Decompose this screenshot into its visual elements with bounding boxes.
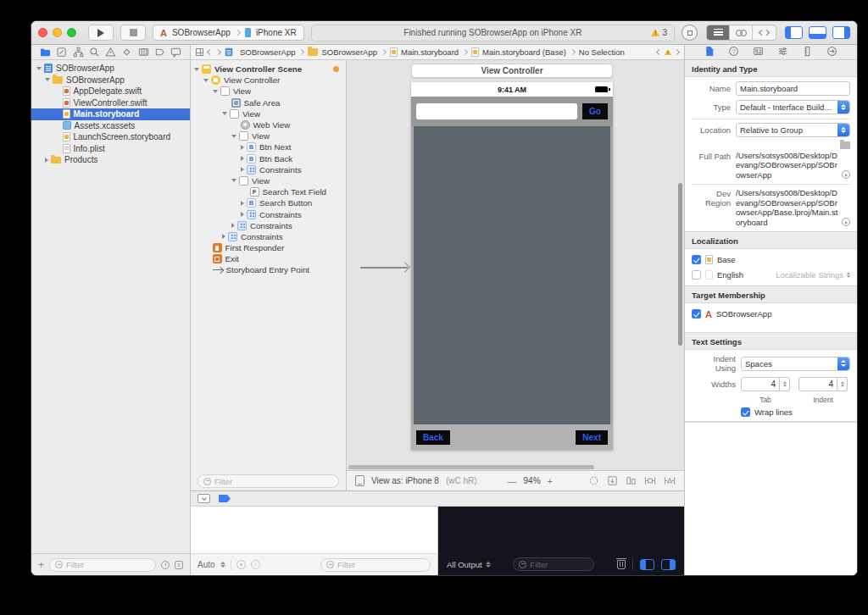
toggle-debug-area-button[interactable]: [809, 26, 826, 39]
name-input[interactable]: [740, 84, 846, 93]
toggle-navigator-button[interactable]: [785, 26, 803, 39]
storyboard-entry-point-arrow[interactable]: [360, 267, 408, 269]
tab-width-stepper[interactable]: 4: [741, 377, 790, 391]
outline-row-constraints[interactable]: Constraints: [191, 208, 346, 219]
location-dropdown[interactable]: Relative to Group: [736, 123, 850, 137]
search-bar-view[interactable]: Go: [411, 97, 613, 126]
outline-row-entry-point[interactable]: Storyboard Entry Point: [191, 264, 346, 275]
disclosure-icon[interactable]: [45, 78, 50, 81]
breadcrumb-storyboard-base[interactable]: Main.storyboard (Base): [471, 47, 566, 57]
canvas-horizontal-scrollbar[interactable]: [348, 465, 594, 469]
info-icon[interactable]: i: [251, 560, 260, 569]
disclosure-icon[interactable]: [241, 145, 244, 150]
file-row-main-storyboard[interactable]: Main.storyboard: [31, 108, 190, 120]
outline-row-btn-back[interactable]: BBtn Back: [191, 153, 346, 164]
disclosure-icon[interactable]: [213, 90, 218, 93]
tab-breakpoint-navigator[interactable]: [154, 47, 165, 58]
toggle-inspector-button[interactable]: [832, 26, 850, 39]
target-checkbox[interactable]: [692, 309, 701, 319]
stepper-icon[interactable]: [837, 377, 848, 391]
tab-size-inspector[interactable]: [802, 46, 813, 58]
clear-console-button[interactable]: [617, 560, 626, 569]
localizable-strings-select[interactable]: Localizable Strings: [776, 270, 850, 280]
tab-find-navigator[interactable]: [89, 47, 100, 58]
design-device[interactable]: 9:41 AM Go Back Next: [411, 82, 613, 450]
outline-row-view[interactable]: View: [191, 130, 346, 141]
disclosure-icon[interactable]: [231, 135, 236, 138]
canvas-content[interactable]: View Controller 9:41 AM Go: [347, 60, 684, 470]
breadcrumb-selection[interactable]: No Selection: [579, 47, 625, 57]
quicklook-icon[interactable]: [236, 560, 246, 569]
breadcrumb-project[interactable]: SOBrowserApp: [225, 47, 295, 57]
outline-filter-input[interactable]: [214, 477, 333, 486]
disclosure-icon[interactable]: [45, 158, 48, 163]
web-view[interactable]: [414, 126, 610, 424]
disclosure-icon[interactable]: [231, 179, 236, 182]
disclosure-icon[interactable]: [203, 79, 209, 82]
variables-scope-select[interactable]: Auto: [198, 560, 215, 569]
back-button[interactable]: [207, 49, 213, 55]
console-output[interactable]: [438, 507, 684, 553]
disclosure-icon[interactable]: [222, 234, 225, 239]
type-dropdown[interactable]: Default - Interface Builder...: [736, 100, 850, 114]
back-button-view[interactable]: Back: [416, 430, 450, 445]
breadcrumb-storyboard[interactable]: Main.storyboard: [390, 47, 459, 57]
indent-using-dropdown[interactable]: Spaces: [741, 357, 850, 371]
outline-row-btn-next[interactable]: BBtn Next: [191, 141, 346, 152]
variables-filter-field[interactable]: [320, 558, 431, 572]
disclosure-icon[interactable]: [222, 112, 227, 115]
zoom-in-button[interactable]: +: [548, 476, 553, 486]
outline-row-view-controller[interactable]: View Controller: [191, 75, 346, 86]
file-row-products[interactable]: Products: [31, 154, 190, 166]
go-button[interactable]: Go: [582, 103, 608, 119]
close-window-button[interactable]: [38, 28, 47, 37]
library-button[interactable]: [682, 25, 698, 41]
outline-row-safe-area[interactable]: Safe Area: [191, 97, 346, 108]
tab-report-navigator[interactable]: [170, 47, 181, 58]
choose-location-button[interactable]: [840, 141, 850, 149]
wrap-lines-checkbox[interactable]: [741, 407, 750, 417]
zoom-level[interactable]: 94%: [524, 476, 541, 485]
outline-row-view[interactable]: View: [191, 108, 346, 119]
console-filter-field[interactable]: [513, 557, 594, 571]
zoom-window-button[interactable]: [67, 28, 76, 37]
view-as-label[interactable]: View as: iPhone 8: [371, 476, 439, 485]
navigator-filter-input[interactable]: [66, 560, 150, 569]
disclosure-icon[interactable]: [231, 223, 235, 228]
outline-row-first-responder[interactable]: First Responder: [191, 242, 346, 253]
forward-button[interactable]: [215, 49, 221, 55]
indent-width-stepper[interactable]: 4: [798, 377, 848, 391]
outline-row-scene[interactable]: View Controller Scene: [191, 64, 346, 75]
disclosure-icon[interactable]: [241, 167, 244, 172]
view-controller-header[interactable]: View Controller: [411, 64, 613, 78]
outline-filter-field[interactable]: [198, 474, 339, 488]
english-checkbox[interactable]: [692, 270, 701, 280]
file-row-viewcontroller[interactable]: ViewController.swift: [31, 97, 190, 109]
scheme-selector[interactable]: A SOBrowserApp iPhone XR: [153, 25, 304, 41]
console-scope-select[interactable]: All Output: [447, 560, 491, 569]
search-text-field[interactable]: [416, 103, 577, 119]
add-file-button[interactable]: +: [38, 559, 44, 571]
outline-row-search-text-field[interactable]: FSearch Text Field: [191, 186, 346, 197]
outline-row-constraints[interactable]: Constraints: [191, 220, 346, 231]
related-items-icon[interactable]: [196, 48, 203, 56]
device-bezel-toggle[interactable]: [355, 475, 364, 486]
file-row-project[interactable]: SOBrowserApp: [31, 63, 190, 75]
warning-badge[interactable]: 3: [651, 28, 667, 37]
embed-in-stack-button[interactable]: [607, 475, 618, 486]
tab-identity-inspector[interactable]: [753, 46, 764, 58]
tab-issue-navigator[interactable]: [105, 47, 116, 58]
file-row-infoplist[interactable]: Info.plist: [31, 143, 190, 155]
outline-row-view[interactable]: View: [191, 86, 346, 97]
previous-issue-button[interactable]: [656, 49, 662, 55]
outline-row-exit[interactable]: Exit: [191, 253, 346, 264]
outline-row-view[interactable]: View: [191, 175, 346, 186]
tab-connections-inspector[interactable]: [826, 46, 837, 58]
tab-width-value[interactable]: 4: [741, 377, 780, 391]
show-console-button[interactable]: [661, 559, 676, 570]
stepper-icon[interactable]: [780, 377, 790, 391]
navigator-filter-field[interactable]: [49, 558, 156, 572]
reveal-in-finder-icon[interactable]: [842, 218, 850, 226]
scope-stepper-icon[interactable]: [220, 562, 225, 568]
show-variables-button[interactable]: [640, 559, 654, 570]
